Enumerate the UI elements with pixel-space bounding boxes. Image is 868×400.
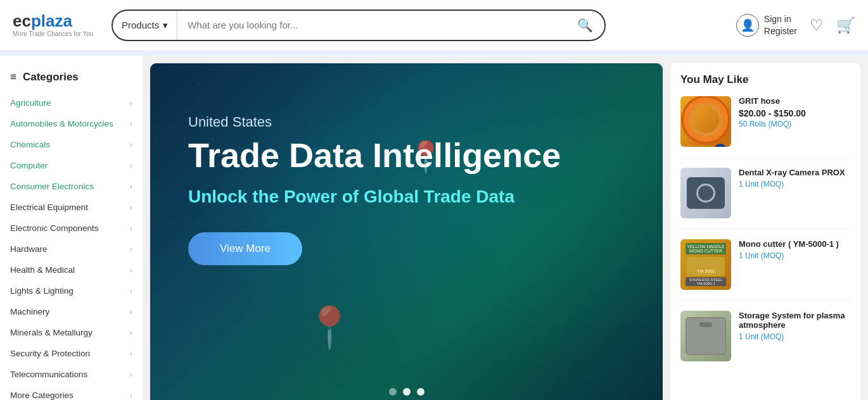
main-layout: ≡ Categories Agriculture › Automobiles &… [0, 56, 868, 400]
sign-in-text: Sign in Register [764, 13, 797, 36]
hero-content: United States Trade Data Intelligence Un… [150, 63, 663, 291]
header: ecplaza More Trade Chances for You Produ… [0, 0, 868, 51]
sidebar-item-label: Automobiles & Motorcycles [10, 119, 113, 128]
cart-button[interactable]: 🛒 [836, 16, 855, 34]
sidebar-item-label: Agriculture [10, 98, 51, 108]
view-more-button[interactable]: View More [188, 232, 302, 265]
user-icon: 👤 [736, 14, 759, 37]
chevron-right-icon: › [130, 119, 132, 128]
rec-image-cutter: YELLOW HANDLE MONO CUTTER STAINLESS STEE… [680, 239, 731, 290]
slider-dot-1[interactable] [389, 388, 397, 396]
chevron-right-icon: › [130, 370, 132, 379]
hero-tagline: Unlock the Power of Global Trade Data [188, 187, 625, 207]
search-category-dropdown[interactable]: Products ▾ [113, 11, 177, 40]
logo-plaza: plaza [31, 11, 72, 30]
logo-ec: ec [13, 11, 31, 30]
chevron-right-icon: › [130, 286, 132, 296]
chevron-right-icon: › [130, 182, 132, 191]
sign-in-wrap[interactable]: 👤 Sign in Register [736, 13, 797, 36]
hero-subtitle: United States [188, 114, 625, 130]
search-category-label: Products [122, 20, 159, 30]
rec-price-hose: $20.00 - $150.00 [739, 108, 850, 118]
sidebar-item-security[interactable]: Security & Protection › [0, 343, 143, 364]
sidebar-item-hardware[interactable]: Hardware › [0, 239, 143, 259]
sidebar-item-label: Computer [10, 161, 48, 170]
logo[interactable]: ecplaza More Trade Chances for You [13, 13, 101, 37]
sidebar-item-computer[interactable]: Computer › [0, 155, 143, 176]
hero-title: Trade Data Intelligence [188, 137, 625, 174]
sidebar-item-label: More Categories [10, 391, 73, 400]
chevron-right-icon: › [130, 161, 132, 170]
rec-name-storage: Storage System for plasma atmosphere [739, 311, 850, 330]
search-icon: 🔍 [577, 18, 593, 33]
sidebar-item-health[interactable]: Health & Medical › [0, 259, 143, 280]
sidebar-item-machinery[interactable]: Machinery › [0, 301, 143, 322]
sidebar-item-agriculture[interactable]: Agriculture › [0, 92, 143, 113]
sidebar-item-label: Security & Protection [10, 349, 90, 358]
rec-name-dental: Dental X-ray Camera PROX [739, 168, 850, 177]
sidebar: ≡ Categories Agriculture › Automobiles &… [0, 56, 143, 400]
chevron-right-icon: › [130, 140, 132, 149]
header-actions: 👤 Sign in Register ♡ 🛒 [736, 13, 855, 36]
rec-moq-storage: 1 Unit (MOQ) [739, 332, 850, 341]
sidebar-item-label: Machinery [10, 307, 49, 316]
sidebar-item-chemicals[interactable]: Chemicals › [0, 134, 143, 155]
sidebar-item-label: Chemicals [10, 140, 50, 149]
chevron-right-icon: › [130, 307, 132, 316]
rec-moq-cutter: 1 Unit (MOQ) [739, 251, 850, 260]
slider-dot-2[interactable] [403, 388, 411, 396]
rec-info-cutter: Mono cutter ( YM-5000-1 ) 1 Unit (MOQ) [739, 239, 850, 290]
sidebar-item-label: Minerals & Metallurgy [10, 328, 93, 337]
sidebar-item-label: Hardware [10, 244, 48, 254]
chevron-right-icon: › [130, 244, 132, 254]
rec-info-hose: GRIT hose $20.00 - $150.00 50 Rolls (MOQ… [739, 96, 850, 147]
search-button[interactable]: 🔍 [566, 18, 604, 33]
recommendations-title: You May Like [680, 73, 850, 86]
chevron-right-icon: › [130, 328, 132, 337]
recommendations-panel: You May Like SEJONG FLEX 🇰🇷 GRIT hose $2… [670, 63, 860, 400]
rec-image-hose: SEJONG FLEX 🇰🇷 [680, 96, 731, 147]
sidebar-title: ≡ Categories [0, 66, 143, 92]
sidebar-item-more[interactable]: More Categories › [0, 385, 143, 400]
search-input[interactable] [177, 20, 566, 30]
chevron-right-icon: › [130, 98, 132, 108]
rec-item-dental[interactable]: Dental X-ray Camera PROX 1 Unit (MOQ) [680, 168, 850, 229]
rec-item-cutter[interactable]: YELLOW HANDLE MONO CUTTER STAINLESS STEE… [680, 239, 850, 301]
rec-image-dental [680, 168, 731, 218]
wishlist-button[interactable]: ♡ [810, 16, 824, 34]
sidebar-item-automobiles[interactable]: Automobiles & Motorcycles › [0, 113, 143, 134]
logo-tagline: More Trade Chances for You [13, 30, 93, 37]
chevron-down-icon: ▾ [163, 20, 168, 31]
register-label: Register [764, 25, 797, 37]
rec-name-cutter: Mono cutter ( YM-5000-1 ) [739, 239, 850, 249]
rec-name-hose: GRIT hose [739, 96, 850, 106]
rec-moq-hose: 50 Rolls (MOQ) [739, 120, 850, 128]
search-bar: Products ▾ 🔍 [112, 9, 606, 41]
sidebar-item-label: Telecommunications [10, 370, 87, 379]
sign-in-label: Sign in [764, 13, 797, 25]
sidebar-item-minerals[interactable]: Minerals & Metallurgy › [0, 322, 143, 343]
top-banner [0, 51, 868, 56]
sidebar-item-consumer-electronics[interactable]: Consumer Electronics › [0, 176, 143, 197]
map-pin-bottom: 📍 [304, 304, 355, 351]
sidebar-item-lights[interactable]: Lights & Lighting › [0, 280, 143, 301]
rec-item-hose[interactable]: SEJONG FLEX 🇰🇷 GRIT hose $20.00 - $150.0… [680, 96, 850, 158]
rec-image-storage [680, 311, 731, 361]
chevron-right-icon: › [130, 391, 132, 400]
rec-item-storage[interactable]: Storage System for plasma atmosphere 1 U… [680, 311, 850, 372]
chevron-right-icon: › [130, 223, 132, 233]
logo-text: ecplaza [13, 13, 72, 29]
sidebar-item-label: Health & Medical [10, 265, 75, 275]
chevron-right-icon: › [130, 203, 132, 212]
rec-info-dental: Dental X-ray Camera PROX 1 Unit (MOQ) [739, 168, 850, 218]
sidebar-item-label: Consumer Electronics [10, 182, 94, 191]
slider-dot-3[interactable] [417, 388, 424, 396]
sidebar-item-telecom[interactable]: Telecommunications › [0, 364, 143, 385]
menu-icon: ≡ [10, 71, 16, 84]
sidebar-item-electrical[interactable]: Electrical Equipment › [0, 197, 143, 218]
sidebar-item-label: Lights & Lighting [10, 286, 73, 296]
chevron-right-icon: › [130, 265, 132, 275]
rec-info-storage: Storage System for plasma atmosphere 1 U… [739, 311, 850, 361]
hero-banner: 📍 📍 United States Trade Data Intelligenc… [150, 63, 663, 400]
sidebar-item-electronic[interactable]: Electronic Components › [0, 218, 143, 239]
